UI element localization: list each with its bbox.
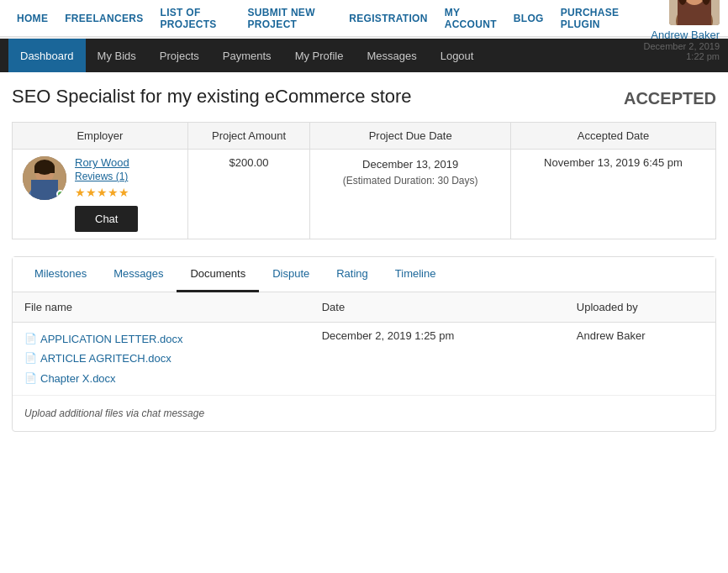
doc-uploader-cell: Andrew Baker: [565, 323, 715, 396]
doc-date-cell: December 2, 2019 1:25 pm: [310, 323, 565, 396]
file-link-2[interactable]: 📄 ARTICLE AGRITECH.docx: [24, 349, 298, 368]
employer-details: Rory Wood Reviews (1) ★★★★★ Chat: [75, 156, 138, 232]
due-date-cell: December 13, 2019 (Estimated Duration: 3…: [310, 150, 511, 239]
upload-note: Upload additional files via chat message: [13, 396, 715, 431]
tab-milestones[interactable]: Milestones: [21, 257, 100, 292]
documents-panel: File name Date Uploaded by 📄 APPLICATION…: [13, 292, 715, 431]
dash-nav-my-profile[interactable]: My Profile: [283, 39, 356, 72]
chat-button[interactable]: Chat: [75, 206, 138, 232]
due-date: December 13, 2019: [362, 158, 458, 171]
nav-my-account[interactable]: MY ACCOUNT: [436, 7, 505, 30]
accepted-badge: ACCEPTED: [624, 86, 716, 108]
employer-info-cell: Rory Wood Reviews (1) ★★★★★ Chat: [23, 156, 177, 232]
employer-cell: Rory Wood Reviews (1) ★★★★★ Chat: [13, 150, 188, 239]
tabs-header: Milestones Messages Documents Dispute Ra…: [13, 257, 715, 292]
nav-submit-project[interactable]: SUBMIT NEW PROJECT: [239, 7, 340, 30]
file-link-3[interactable]: 📄 Chapter X.docx: [24, 369, 298, 388]
user-header: Andrew Baker December 2, 2019 1:22 pm: [641, 0, 720, 61]
tab-timeline[interactable]: Timeline: [382, 257, 450, 292]
project-amount-cell: $200.00: [187, 150, 309, 239]
tab-documents[interactable]: Documents: [177, 257, 259, 292]
nav-blog[interactable]: BLOG: [505, 13, 552, 24]
top-bar: HOME FREELANCERS LIST OF PROJECTS SUBMIT…: [0, 0, 728, 39]
dash-nav-logout[interactable]: Logout: [429, 39, 486, 72]
col-accepted-date: Accepted Date: [511, 123, 716, 150]
tab-rating[interactable]: Rating: [323, 257, 382, 292]
file-link-1[interactable]: 📄 APPLICATION LETTER.docx: [24, 329, 298, 349]
col-date: Date: [310, 292, 565, 323]
doc-files-cell: 📄 APPLICATION LETTER.docx 📄 ARTICLE AGRI…: [13, 323, 310, 396]
user-name: Andrew Baker: [651, 29, 720, 41]
tab-dispute[interactable]: Dispute: [259, 257, 323, 292]
project-title: SEO Specialist for my existing eCommerce…: [12, 86, 607, 108]
nav-registration[interactable]: REGISTRATION: [340, 13, 435, 24]
dash-nav-messages[interactable]: Messages: [355, 39, 428, 72]
project-header: SEO Specialist for my existing eCommerce…: [12, 86, 716, 108]
dash-nav-payments[interactable]: Payments: [211, 39, 283, 72]
col-uploaded-by: Uploaded by: [565, 292, 715, 323]
nav-home[interactable]: HOME: [8, 13, 56, 24]
main-content: SEO Specialist for my existing eCommerce…: [0, 72, 728, 445]
dash-nav-my-bids[interactable]: My Bids: [86, 39, 148, 72]
table-row: Rory Wood Reviews (1) ★★★★★ Chat $200.00…: [13, 150, 716, 239]
col-due-date: Project Due Date: [310, 123, 511, 150]
employer-reviews[interactable]: Reviews (1): [75, 171, 138, 182]
col-project-amount: Project Amount: [187, 123, 309, 150]
due-date-note: (Estimated Duration: 30 Days): [343, 175, 478, 187]
doc-icon-3: 📄: [24, 370, 37, 388]
employer-name[interactable]: Rory Wood: [75, 156, 138, 169]
user-avatar: [669, 0, 720, 25]
employer-avatar: [23, 156, 66, 200]
accepted-date-cell: November 13, 2019 6:45 pm: [511, 150, 716, 239]
col-file-name: File name: [13, 292, 310, 323]
dash-nav-projects[interactable]: Projects: [148, 39, 211, 72]
nav-purchase-plugin[interactable]: PURCHASE PLUGIN: [552, 7, 641, 30]
doc-row-1: 📄 APPLICATION LETTER.docx 📄 ARTICLE AGRI…: [13, 323, 715, 396]
doc-icon-2: 📄: [24, 350, 37, 368]
svg-rect-11: [31, 180, 58, 200]
dash-nav: Dashboard My Bids Projects Payments My P…: [0, 39, 728, 72]
top-nav: HOME FREELANCERS LIST OF PROJECTS SUBMIT…: [0, 0, 728, 37]
nav-freelancers[interactable]: FREELANCERS: [56, 13, 151, 24]
tab-messages[interactable]: Messages: [100, 257, 177, 292]
svg-rect-13: [34, 166, 55, 173]
nav-list-projects[interactable]: LIST OF PROJECTS: [152, 7, 240, 30]
employer-stars: ★★★★★: [75, 186, 129, 199]
tabs-section: Milestones Messages Documents Dispute Ra…: [12, 256, 716, 432]
col-employer: Employer: [13, 123, 188, 150]
documents-table: File name Date Uploaded by 📄 APPLICATION…: [13, 292, 715, 396]
dash-nav-dashboard[interactable]: Dashboard: [8, 39, 86, 72]
online-indicator: [56, 190, 65, 198]
employer-table: Employer Project Amount Project Due Date…: [12, 122, 716, 239]
user-date: December 2, 2019 1:22 pm: [641, 41, 720, 61]
doc-icon-1: 📄: [24, 330, 37, 349]
